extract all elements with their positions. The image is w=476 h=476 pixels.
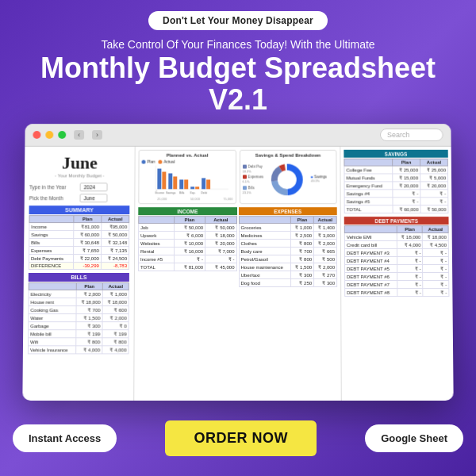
table-row: House rent₹ 18,000₹ 18,000	[29, 298, 129, 306]
month-title: June	[29, 153, 130, 174]
table-row: Upwork₹ 6,000₹ 18,000	[139, 232, 236, 240]
table-row: Petrol/Gasoil₹ 800₹ 500	[239, 255, 337, 263]
svg-rect-9	[195, 187, 199, 190]
forward-button[interactable]: ›	[92, 130, 102, 140]
bills-table: Plan Actual Electricity₹ 2,000₹ 1,000Hou…	[28, 282, 129, 354]
table-row: Income₹81,000₹95,000	[29, 223, 129, 231]
debt-table: PlanActual Vehicle EMI₹ 18,000₹ 18,000Cr…	[344, 225, 450, 297]
table-row: Mutual Funds₹ 15,000₹ 5,000	[344, 174, 448, 182]
svg-rect-5	[173, 177, 177, 190]
donut-svg	[267, 159, 308, 201]
left-panel: June - Your Monthly Budget - Type in the…	[22, 147, 135, 401]
table-row: Mobile bill₹ 199₹ 199	[29, 330, 129, 338]
back-button[interactable]: ‹	[74, 130, 84, 140]
table-row: Vehicle EMI₹ 18,000₹ 18,000	[344, 233, 448, 241]
main-content: Don't Let Your Money Disappear Take Cont…	[0, 0, 476, 408]
table-row: Websites₹ 10,000₹ 20,000	[139, 240, 236, 248]
svg-point-22	[279, 172, 295, 188]
svg-rect-11	[206, 180, 210, 190]
svg-rect-8	[190, 187, 194, 190]
table-row: Water₹ 1,500₹ 2,000	[29, 314, 129, 322]
table-row: Emergency Fund₹ 20,000₹ 20,000	[344, 182, 448, 190]
debt-header: DEBT PAYMENTS	[344, 217, 449, 225]
table-row: College Fee₹ 25,000₹ 25,000	[344, 166, 448, 174]
search-bar[interactable]: Search	[380, 129, 443, 141]
svg-text:Bills: Bills	[179, 192, 185, 195]
table-row: Clothes₹ 800₹ 2,000	[239, 240, 336, 248]
mid-panel: Planned vs. Actual Plan Actual	[134, 147, 342, 401]
table-row: DEBT PAYMENT #6₹ -₹ -	[345, 273, 449, 281]
close-dot[interactable]	[33, 131, 40, 139]
table-row: Savings₹ 60,000₹ 50,000	[29, 231, 129, 239]
svg-rect-2	[157, 169, 161, 190]
table-row: Job₹ 50,000₹ 50,000	[139, 224, 236, 232]
income-section: INCOME PlanActual Job₹ 50,000₹ 50,000Upw…	[138, 207, 237, 287]
donut-chart-box: Savings & Spend Breakdown Debt Pay 18.3%…	[239, 150, 336, 204]
main-title: Monthly Budget Spreadsheet V2.1	[40, 52, 436, 115]
table-row: Medicines₹ 2,500₹ 3,000	[239, 232, 336, 240]
svg-rect-4	[168, 174, 172, 190]
bills-section: BILLS Plan Actual Electricity₹ 2,000₹ 1,…	[28, 273, 129, 354]
svg-rect-3	[162, 172, 166, 190]
bar-chart-legend: Plan Actual	[142, 159, 233, 164]
table-row: DEBT PAYMENT #7₹ -₹ -	[345, 281, 449, 289]
table-row: DEBT PAYMENT #8₹ -₹ -	[345, 289, 449, 297]
svg-rect-10	[202, 178, 205, 190]
table-row: Cooking Gas₹ 700₹ 600	[29, 306, 129, 314]
top-badge: Don't Let Your Money Disappear	[148, 11, 328, 30]
table-row: Electricity₹ 2,000₹ 1,000	[29, 290, 129, 298]
order-now-button[interactable]: ORDER NOW	[165, 420, 317, 456]
svg-rect-7	[184, 180, 188, 190]
table-row: Garbage₹ 300₹ 0	[29, 322, 129, 330]
savings-header: SAVINGS	[344, 150, 447, 158]
table-row: Credit card bill₹ 4,000₹ 4,500	[344, 241, 448, 249]
donut-chart-title: Savings & Spend Breakdown	[242, 153, 333, 158]
savings-table: PlanActual College Fee₹ 25,000₹ 25,000Mu…	[344, 159, 448, 213]
summary-table: Plan Actual Income₹81,000₹95,000Savings₹…	[29, 215, 129, 270]
table-row: Debt Payments₹ 22,000₹ 24,500	[29, 255, 129, 263]
instant-access-button[interactable]: Instant Access	[13, 424, 117, 452]
actual-dot	[158, 159, 162, 163]
google-sheet-button[interactable]: Google Sheet	[365, 424, 463, 452]
svg-text:Savings: Savings	[166, 192, 176, 195]
legend-plan: Plan	[142, 159, 155, 164]
charts-area: Planned vs. Actual Plan Actual	[138, 150, 336, 204]
table-row: Dog food₹ 250₹ 300	[239, 279, 337, 287]
chart-axis: 25,00050,00075,000	[141, 197, 232, 201]
bar-chart-box: Planned vs. Actual Plan Actual	[138, 150, 236, 204]
table-row: DEBT PAYMENT #5₹ -₹ -	[345, 265, 449, 273]
bar-chart-svg: Income Savings Bills Exp. Debt 0	[141, 166, 228, 196]
subtitle: Take Control Of Your Finances Today! Wit…	[101, 38, 374, 51]
maximize-dot[interactable]	[58, 131, 66, 139]
svg-text:Debt: Debt	[201, 192, 206, 195]
svg-text:Exp.: Exp.	[190, 192, 196, 195]
bills-header: BILLS	[29, 273, 129, 282]
table-row: Vehicle Insurance₹ 4,000₹ 4,000	[28, 346, 129, 354]
donut-labels: Debt Pay 18.3% Expenses 6.1% Bills 23.5%	[242, 163, 263, 195]
year-row: Type in the Year 2024	[29, 183, 130, 192]
right-panel: SAVINGS PlanActual College Fee₹ 25,000₹ …	[340, 147, 453, 401]
minimize-dot[interactable]	[45, 131, 53, 139]
table-row: Income #5₹ -₹ -	[138, 255, 236, 263]
titlebar: ‹ › Search	[25, 124, 451, 147]
svg-rect-6	[179, 180, 183, 190]
bottom-bar: Instant Access ORDER NOW Google Sheet	[0, 411, 476, 463]
browser-window: ‹ › Search June - Your Monthly Budget - …	[22, 124, 453, 401]
expenses-section: EXPENSES PlanActual Groceries₹ 1,000₹ 1,…	[238, 207, 337, 287]
table-row: Rental₹ 16,000₹ 7,000	[139, 248, 236, 255]
income-table: PlanActual Job₹ 50,000₹ 50,000Upwork₹ 6,…	[138, 216, 237, 271]
table-row: Body care₹ 700₹ 665	[239, 248, 336, 255]
table-row: Uber/taxi₹ 300₹ 270	[239, 271, 337, 279]
table-row: Savings #5₹ -₹ -	[344, 198, 448, 205]
month-row: Pick the Month June	[29, 194, 130, 202]
table-row: TOTAL₹ 81,000₹ 45,000	[138, 263, 236, 271]
table-row: Savings #4₹ -₹ -	[344, 190, 448, 198]
table-row: Bills₹ 30,648₹ 32,148	[29, 239, 129, 247]
income-expenses-area: INCOME PlanActual Job₹ 50,000₹ 50,000Upw…	[138, 207, 337, 287]
table-row: DEBT PAYMENT #3₹ -₹ -	[344, 249, 448, 257]
income-header: INCOME	[138, 207, 236, 215]
expenses-header: EXPENSES	[238, 207, 336, 215]
summary-header: SUMMARY	[29, 205, 130, 214]
donut-wrap: Debt Pay 18.3% Expenses 6.1% Bills 23.5%	[242, 159, 333, 201]
table-row: House maintenance₹ 1,500₹ 2,000	[239, 263, 337, 271]
